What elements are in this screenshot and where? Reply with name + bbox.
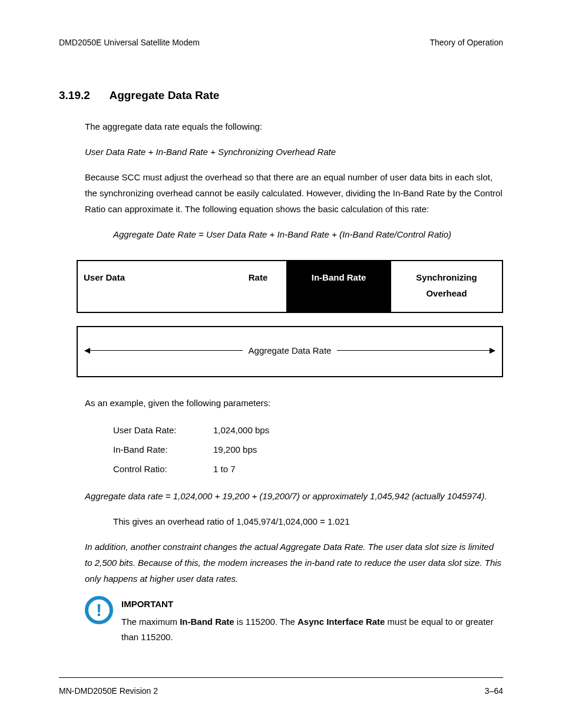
page-header: DMD2050E Universal Satellite Modem Theor…	[59, 35, 503, 50]
header-right: Theory of Operation	[429, 35, 503, 50]
param-val: 1,024,000 bps	[213, 420, 269, 440]
diag-cell-user-data: User Data	[78, 261, 230, 312]
diagram-label-box: Aggregate Data Rate	[77, 326, 503, 377]
important-text: IMPORTANT The maximum In-Band Rate is 11…	[121, 596, 503, 654]
page-footer: MN-DMD2050E Revision 2 3–64	[59, 677, 503, 699]
param-row: User Data Rate: 1,024,000 bps	[113, 420, 503, 440]
important-bold-2: Async Interface Rate	[297, 617, 385, 627]
important-pre: The maximum	[121, 617, 180, 627]
footer-right: 3–64	[485, 684, 503, 699]
param-key: Control Ratio:	[113, 459, 213, 479]
overhead-ratio: This gives an overhead ratio of 1,045,97…	[85, 513, 503, 529]
diag-cell-inband: In-Band Rate	[286, 261, 391, 312]
example-intro: As an example, given the following param…	[85, 395, 503, 411]
paragraph-1: Because SCC must adjust the overhead so …	[85, 169, 503, 217]
footer-left: MN-DMD2050E Revision 2	[59, 684, 158, 699]
section-number: 3.19.2	[59, 85, 90, 106]
arrow-left-icon	[85, 350, 243, 351]
important-title: IMPORTANT	[121, 596, 503, 612]
important-mid: is 115200. The	[234, 617, 297, 627]
rate-diagram: User Data Rate In-Band Rate Synchronizin…	[77, 260, 503, 377]
diag-cell-rate: Rate	[230, 261, 286, 312]
section-title: Aggregate Data Rate	[109, 89, 219, 101]
intro-text: The aggregate data rate equals the follo…	[85, 118, 503, 134]
important-body: The maximum In-Band Rate is 115200. The …	[121, 614, 503, 644]
diag-cell-sync: Synchronizing Overhead	[391, 261, 502, 312]
important-bold-1: In-Band Rate	[180, 617, 234, 627]
constraint-note: In addition, another constraint changes …	[85, 539, 503, 587]
param-row: Control Ratio: 1 to 7	[113, 459, 503, 479]
equation: Aggregate Date Rate = User Data Rate + I…	[85, 226, 503, 242]
header-left: DMD2050E Universal Satellite Modem	[59, 35, 200, 50]
important-block: ! IMPORTANT The maximum In-Band Rate is …	[85, 596, 503, 654]
diagram-row: User Data Rate In-Band Rate Synchronizin…	[77, 260, 503, 313]
param-key: User Data Rate:	[113, 420, 213, 440]
aggregate-arrow: Aggregate Data Rate	[85, 342, 495, 358]
important-icon: !	[85, 596, 113, 624]
diagram-label: Aggregate Data Rate	[249, 342, 332, 358]
example-calc: Aggregate data rate = 1,024,000 + 19,200…	[85, 488, 503, 504]
section-heading: 3.19.2 Aggregate Data Rate	[59, 85, 503, 106]
param-key: In-Band Rate:	[113, 440, 213, 459]
arrow-right-icon	[337, 350, 495, 351]
param-val: 1 to 7	[213, 459, 236, 479]
formula-1: User Data Rate + In-Band Rate + Synchron…	[85, 144, 503, 160]
example-params: User Data Rate: 1,024,000 bps In-Band Ra…	[85, 420, 503, 479]
param-row: In-Band Rate: 19,200 bps	[113, 440, 503, 459]
section-body: The aggregate data rate equals the follo…	[59, 118, 503, 654]
param-val: 19,200 bps	[213, 440, 257, 459]
